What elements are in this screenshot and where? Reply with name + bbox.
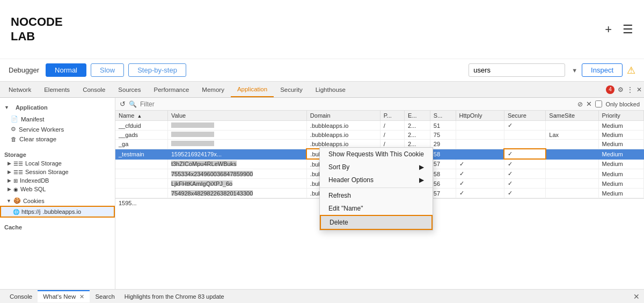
main-content: ▼ Application 📄 Manifest ⚙ Service Worke… bbox=[0, 98, 644, 289]
cell-httponly: ✓ bbox=[456, 179, 504, 189]
cell-samesite bbox=[546, 159, 598, 169]
cell-value: LjkFHtKAmIgQiXPJ_6o bbox=[167, 179, 306, 189]
tab-application[interactable]: Application bbox=[231, 82, 274, 97]
ctx-delete[interactable]: Delete bbox=[320, 215, 433, 230]
col-secure[interactable]: Secure bbox=[504, 111, 545, 121]
sidebar-cookies[interactable]: ▼ 🍪 Cookies bbox=[0, 196, 115, 206]
devtools-tabs: Network Elements Console Sources Perform… bbox=[0, 82, 644, 98]
debugger-search-input[interactable] bbox=[469, 63, 565, 77]
bottom-tab-whats-new[interactable]: What's New ✕ bbox=[38, 290, 90, 302]
close-devtools-icon[interactable]: ✕ bbox=[636, 86, 642, 93]
sidebar-item-manifest[interactable]: 📄 Manifest bbox=[0, 114, 115, 124]
col-httponly[interactable]: HttpOnly bbox=[456, 111, 504, 121]
tab-elements[interactable]: Elements bbox=[38, 82, 76, 97]
filter-input[interactable] bbox=[140, 100, 574, 108]
context-menu: Show Requests With This Cookie Sort By ▶… bbox=[319, 147, 433, 230]
sidebar-item-service-workers[interactable]: ⚙ Service Workers bbox=[0, 124, 115, 134]
close-whats-new-icon[interactable]: ✕ bbox=[79, 293, 84, 300]
sidebar-indexeddb[interactable]: ▶ ⊞ IndexedDB bbox=[0, 176, 115, 185]
local-storage-icon: ☰☰ bbox=[13, 161, 23, 167]
cell-secure: ✓ bbox=[504, 149, 545, 159]
bottom-tab-console[interactable]: Console bbox=[4, 291, 38, 302]
col-name[interactable]: Name ▲ bbox=[115, 111, 167, 121]
tab-lighthouse[interactable]: Lighthouse bbox=[309, 82, 352, 97]
cell-samesite bbox=[546, 121, 598, 131]
cell-name bbox=[115, 169, 167, 179]
filter-icon: 🔍 bbox=[129, 100, 137, 108]
expand-indexeddb-icon: ▶ bbox=[8, 178, 11, 183]
ctx-edit-name[interactable]: Edit "Name" bbox=[320, 202, 433, 215]
ctx-header-options[interactable]: Header Options ▶ bbox=[320, 174, 433, 186]
cell-priority: Medium bbox=[598, 169, 643, 179]
tab-performance[interactable]: Performance bbox=[148, 82, 196, 97]
cell-value: 754928x482982263820143300 bbox=[167, 189, 306, 198]
col-size[interactable]: S... bbox=[430, 111, 456, 121]
expand-cookies-icon: ▼ bbox=[6, 198, 11, 204]
tab-memory[interactable]: Memory bbox=[195, 82, 231, 97]
sidebar-local-storage[interactable]: ▶ ☰☰ Local Storage bbox=[0, 159, 115, 168]
cell-priority: Medium bbox=[598, 140, 643, 149]
tab-security[interactable]: Security bbox=[274, 82, 309, 97]
add-tab-button[interactable]: + bbox=[605, 23, 612, 37]
cell-value: 1595216924179x... bbox=[167, 149, 306, 159]
col-domain[interactable]: Domain bbox=[306, 111, 380, 121]
cell-expires: 2... bbox=[405, 131, 430, 140]
table-row[interactable]: __cfduid .bubbleapps.io / 2... 51 ✓ Medi… bbox=[115, 121, 644, 131]
cell-size: 29 bbox=[430, 140, 456, 149]
cell-name bbox=[115, 159, 167, 169]
cell-size: 56 bbox=[430, 179, 456, 189]
more-icon[interactable]: ⋮ bbox=[627, 86, 633, 93]
cell-value bbox=[167, 121, 306, 131]
ctx-show-requests[interactable]: Show Requests With This Cookie bbox=[320, 148, 433, 161]
search-dropdown-icon: ▼ bbox=[572, 67, 577, 74]
col-path[interactable]: P... bbox=[380, 111, 404, 121]
top-icons: + ☰ bbox=[605, 23, 633, 37]
sidebar-session-storage[interactable]: ▶ ☰☰ Session Storage bbox=[0, 168, 115, 176]
col-expires[interactable]: E... bbox=[405, 111, 430, 121]
col-priority[interactable]: Priority bbox=[598, 111, 643, 121]
only-blocked-checkbox[interactable] bbox=[595, 100, 602, 107]
col-samesite[interactable]: SameSite bbox=[546, 111, 598, 121]
mode-stepbystep-button[interactable]: Step-by-step bbox=[128, 63, 186, 77]
cell-httponly bbox=[456, 149, 504, 159]
cell-priority: Medium bbox=[598, 121, 643, 131]
cell-httponly bbox=[456, 131, 504, 140]
alert-icon: ⚠ bbox=[627, 64, 635, 76]
mode-slow-button[interactable]: Slow bbox=[91, 63, 124, 77]
sidebar-cookies-url[interactable]: 🌐 https://j .bubbleapps.io bbox=[0, 206, 115, 218]
ctx-header-arrow: ▶ bbox=[419, 176, 424, 184]
table-row[interactable]: __gads .bubbleapps.io / 2... 75 Lax Medi… bbox=[115, 131, 644, 140]
cell-secure: ✓ bbox=[504, 169, 545, 179]
settings-icon[interactable]: ⚙ bbox=[618, 86, 624, 93]
cell-size: 58 bbox=[430, 149, 456, 159]
cell-value bbox=[167, 131, 306, 140]
expand-websql-icon: ▶ bbox=[8, 186, 11, 192]
inspect-button[interactable]: Inspect bbox=[582, 63, 623, 77]
tab-network[interactable]: Network bbox=[2, 82, 38, 97]
close-bottom-panel-icon[interactable]: ✕ bbox=[633, 292, 640, 301]
service-workers-icon: ⚙ bbox=[11, 126, 16, 133]
cell-size: 57 bbox=[430, 159, 456, 169]
cell-samesite bbox=[546, 179, 598, 189]
cell-httponly bbox=[456, 121, 504, 131]
cell-httponly: ✓ bbox=[456, 159, 504, 169]
bottom-tab-search[interactable]: Search bbox=[90, 291, 120, 302]
refresh-button[interactable]: ↺ bbox=[120, 100, 126, 108]
menu-button[interactable]: ☰ bbox=[623, 23, 633, 37]
tab-console[interactable]: Console bbox=[76, 82, 112, 97]
cancel-filter-icon[interactable]: ✕ bbox=[586, 100, 592, 108]
sidebar: ▼ Application 📄 Manifest ⚙ Service Worke… bbox=[0, 98, 115, 289]
cell-samesite bbox=[546, 140, 598, 149]
sidebar-item-clear-storage[interactable]: 🗑 Clear storage bbox=[0, 134, 115, 144]
ctx-refresh[interactable]: Refresh bbox=[320, 189, 433, 202]
tab-sources[interactable]: Sources bbox=[112, 82, 147, 97]
col-value[interactable]: Value bbox=[167, 111, 306, 121]
mode-normal-button[interactable]: Normal bbox=[46, 63, 86, 77]
tab-end-icons: 4 ⚙ ⋮ ✕ bbox=[606, 85, 642, 94]
cell-domain: .bubbleapps.io bbox=[306, 131, 380, 140]
clear-filter-icon[interactable]: ⊘ bbox=[577, 100, 583, 108]
cell-secure: ✓ bbox=[504, 179, 545, 189]
ctx-sort-by[interactable]: Sort By ▶ bbox=[320, 161, 433, 174]
filter-bar: ↺ 🔍 ⊘ ✕ Only blocked bbox=[115, 98, 644, 111]
sidebar-websql[interactable]: ▶ ◉ Web SQL bbox=[0, 185, 115, 193]
